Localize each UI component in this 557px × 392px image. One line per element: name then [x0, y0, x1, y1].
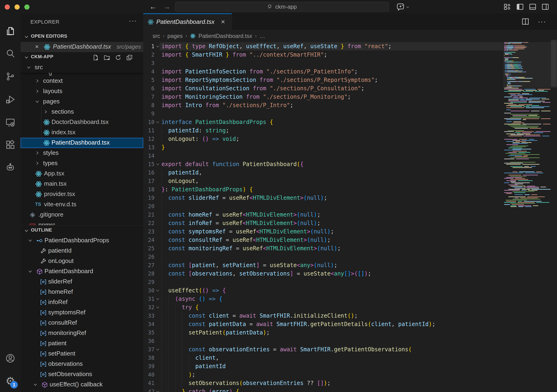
- code-line-6[interactable]: 6import ConsultationSection from "./sect…: [143, 84, 503, 93]
- chat-icon[interactable]: [0, 159, 21, 176]
- code-line-26[interactable]: 26: [143, 253, 503, 261]
- search-icon[interactable]: [0, 45, 21, 62]
- workspace-header[interactable]: CKM-APP: [21, 52, 143, 63]
- tree-item-src[interactable]: src: [21, 63, 143, 73]
- code-line-1[interactable]: 1import { type RefObject, useEffect, use…: [143, 42, 503, 50]
- outline-item-onlogout[interactable]: onLogout: [21, 256, 143, 266]
- code-line-37[interactable]: 37 const observationEntries = await Smar…: [143, 345, 503, 354]
- code-line-25[interactable]: 25 const monitoringRef = useRef<HTMLDivE…: [143, 244, 503, 253]
- code-line-30[interactable]: 30 useEffect(() => {: [143, 286, 503, 295]
- run-debug-icon[interactable]: [0, 91, 21, 108]
- code-line-20[interactable]: 20: [143, 202, 503, 210]
- forward-button[interactable]: →: [163, 1, 170, 12]
- tree-item-pages[interactable]: pages: [21, 96, 143, 107]
- tree-item-index-tsx[interactable]: index.tsx: [21, 128, 143, 138]
- new-folder-icon[interactable]: [103, 54, 110, 61]
- code-line-18[interactable]: 18}: PatientDashboardProps) {: [143, 185, 503, 194]
- zoom-window-button[interactable]: [24, 4, 30, 10]
- toggle-primary-sidebar-icon[interactable]: [516, 3, 524, 11]
- close-window-button[interactable]: [5, 4, 10, 10]
- code-line-36[interactable]: 36: [143, 337, 503, 345]
- split-editor-icon[interactable]: [521, 17, 530, 26]
- fold-chevron-icon[interactable]: [156, 387, 161, 392]
- code-line-4[interactable]: 4import PatientInfoSection from "./secti…: [143, 67, 503, 76]
- outline-item-sliderref[interactable]: sliderRef: [21, 277, 143, 287]
- explorer-icon[interactable]: [0, 23, 21, 40]
- copilot-icon[interactable]: [396, 2, 410, 11]
- code-line-10[interactable]: 10interface PatientDashboardProps {: [143, 118, 503, 126]
- code-line-24[interactable]: 24 const consultRef = useRef<HTMLDivElem…: [143, 236, 503, 244]
- code-line-35[interactable]: 35 setPatient(patientData);: [143, 328, 503, 337]
- tree-item-app-tsx[interactable]: App.tsx: [21, 169, 143, 179]
- code-line-41[interactable]: 41 setObservations(observationEntries ??…: [143, 379, 503, 387]
- code-line-5[interactable]: 5import ReportSymptomsSection from "./se…: [143, 76, 503, 84]
- fold-chevron-icon[interactable]: [156, 160, 161, 167]
- editor-more-actions-icon[interactable]: ···: [538, 17, 546, 26]
- source-control-icon[interactable]: [0, 68, 21, 85]
- code-line-21[interactable]: 21 const homeRef = useRef<HTMLDivElement…: [143, 210, 503, 219]
- outline-item-useeffect-callback[interactable]: useEffect() callback: [21, 380, 143, 390]
- minimap[interactable]: [503, 42, 550, 392]
- explorer-more-actions-icon[interactable]: ···: [129, 17, 137, 24]
- outline-item-patientdashboardprops[interactable]: PatientDashboardProps: [21, 236, 143, 246]
- toggle-panel-icon[interactable]: [528, 3, 537, 11]
- outline-header[interactable]: OUTLINE: [21, 225, 143, 236]
- code-line-27[interactable]: 27 const [patient, setPatient] = useStat…: [143, 261, 503, 269]
- code-line-13[interactable]: 13}: [143, 143, 503, 152]
- outline-item-patient[interactable]: patient: [21, 338, 143, 349]
- code-line-14[interactable]: 14: [143, 152, 503, 160]
- outline-item-monitoringref[interactable]: monitoringRef: [21, 328, 143, 338]
- code-line-12[interactable]: 12 onLogout: () => void;: [143, 135, 503, 143]
- outline-item-consultref[interactable]: consultRef: [21, 318, 143, 328]
- code-line-17[interactable]: 17 onLogout,: [143, 177, 503, 185]
- code-line-34[interactable]: 34 const patientData = await SmartFHIR.g…: [143, 320, 503, 328]
- breadcrumb-item[interactable]: PatientDashboard.tsx: [198, 33, 252, 39]
- tree-item-types[interactable]: types: [21, 158, 143, 169]
- customize-layout-icon[interactable]: [503, 3, 511, 11]
- code-line-3[interactable]: 3: [143, 59, 503, 67]
- scrollbar-thumb[interactable]: [551, 40, 557, 87]
- code-line-7[interactable]: 7import MonitoringSection from "./sectio…: [143, 93, 503, 101]
- outline-item-inforef[interactable]: infoRef: [21, 297, 143, 308]
- fold-chevron-icon[interactable]: [156, 303, 161, 310]
- code-line-38[interactable]: 38 client,: [143, 354, 503, 362]
- code-line-15[interactable]: 15export default function PatientDashboa…: [143, 160, 503, 168]
- breadcrumb-item[interactable]: src: [153, 33, 160, 39]
- account-icon[interactable]: [0, 350, 21, 367]
- code-line-23[interactable]: 23 const symptomsRef = useRef<HTMLDivEle…: [143, 227, 503, 236]
- back-button[interactable]: ←: [149, 1, 157, 12]
- fold-chevron-icon[interactable]: [156, 42, 161, 49]
- tab-patientdashboard[interactable]: PatientDashboard.tsx ×: [143, 13, 232, 30]
- tree-item-context[interactable]: context: [21, 76, 143, 86]
- outline-item-patientid[interactable]: patientId: [21, 246, 143, 256]
- tree-item-vite-env-d-ts[interactable]: TSvite-env.d.ts: [21, 200, 143, 210]
- outline-item-setobservations[interactable]: setObservations: [21, 369, 143, 380]
- code-line-2[interactable]: 2import { SmartFHIR } from "../context/S…: [143, 50, 503, 59]
- outline-item-setpatient[interactable]: setPatient: [21, 349, 143, 359]
- breadcrumb-item[interactable]: pages: [167, 33, 182, 39]
- breadcrumb[interactable]: src›pages›PatientDashboard.tsx›…: [143, 30, 557, 42]
- code-line-16[interactable]: 16 patientId,: [143, 168, 503, 177]
- fold-chevron-icon[interactable]: [156, 286, 161, 293]
- code-line-32[interactable]: 32 try {: [143, 303, 503, 312]
- code-line-33[interactable]: 33 const client = await SmartFHIR.initia…: [143, 312, 503, 320]
- tree-item-sections[interactable]: sections: [21, 107, 143, 117]
- code-line-22[interactable]: 22 const infoRef = useRef<HTMLDivElement…: [143, 219, 503, 227]
- code-line-19[interactable]: 19 const sliderRef = useRef<HTMLDivEleme…: [143, 194, 503, 202]
- tree-item-layouts[interactable]: layouts: [21, 86, 143, 96]
- code-line-31[interactable]: 31 (async () => {: [143, 295, 503, 303]
- new-file-icon[interactable]: [92, 54, 99, 61]
- breadcrumb-item[interactable]: …: [260, 33, 265, 39]
- code-line-42[interactable]: 42 } catch (error) {: [143, 387, 503, 392]
- code-line-29[interactable]: 29: [143, 278, 503, 286]
- tree-item-main-tsx[interactable]: main.tsx: [21, 179, 143, 189]
- minimize-window-button[interactable]: [15, 4, 20, 10]
- code-line-40[interactable]: 40 );: [143, 370, 503, 379]
- tree-item-doctordashboard-tsx[interactable]: DoctorDashboard.tsx: [21, 117, 143, 128]
- code-line-11[interactable]: 11 patientId: string;: [143, 126, 503, 135]
- close-tab-icon[interactable]: ×: [221, 18, 225, 26]
- code-editor[interactable]: 1import { type RefObject, useEffect, use…: [143, 42, 503, 392]
- outline-item-homeref[interactable]: homeRef: [21, 287, 143, 297]
- code-line-28[interactable]: 28 const [observations, setObservations]…: [143, 269, 503, 278]
- tree-item-patientdashboard-tsx[interactable]: PatientDashboard.tsx: [21, 138, 143, 148]
